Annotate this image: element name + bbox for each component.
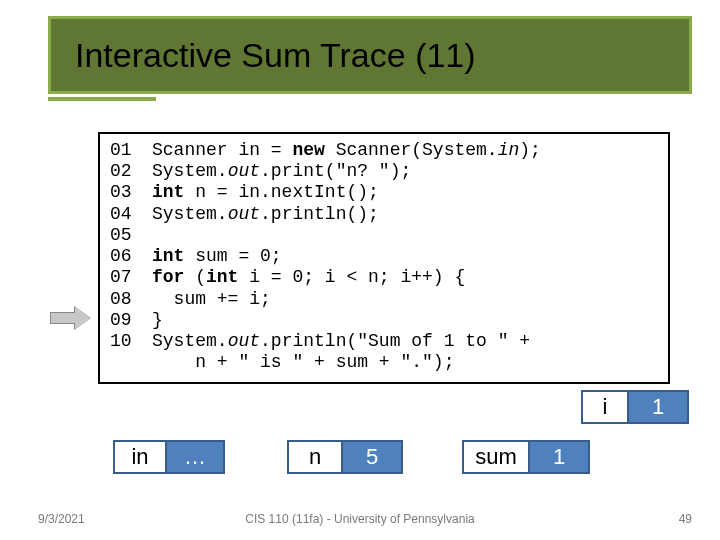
title-bar: Interactive Sum Trace (11) bbox=[48, 16, 692, 94]
line-number: 05 bbox=[110, 225, 152, 246]
code-line: 05 bbox=[110, 225, 658, 246]
code-line: 02System.out.print("n? "); bbox=[110, 161, 658, 182]
code-text: for (int i = 0; i < n; i++) { bbox=[152, 267, 465, 288]
code-line: 06int sum = 0; bbox=[110, 246, 658, 267]
code-text: int n = in.nextInt(); bbox=[152, 182, 379, 203]
line-number: 03 bbox=[110, 182, 152, 203]
code-line: 04System.out.println(); bbox=[110, 204, 658, 225]
footer-page-number: 49 bbox=[679, 512, 692, 526]
var-value-i: 1 bbox=[627, 390, 689, 424]
code-text: System.out.println(); bbox=[152, 204, 379, 225]
code-line: 08 sum += i; bbox=[110, 289, 658, 310]
code-box: 01Scanner in = new Scanner(System.in);02… bbox=[98, 132, 670, 384]
code-text: System.out.println("Sum of 1 to " + bbox=[152, 331, 530, 352]
var-pair-sum: sum 1 bbox=[462, 440, 590, 474]
code-text: } bbox=[152, 310, 163, 331]
var-pair-n: n 5 bbox=[287, 440, 403, 474]
var-value-in: … bbox=[165, 440, 225, 474]
var-value-n: 5 bbox=[341, 440, 403, 474]
line-number: 02 bbox=[110, 161, 152, 182]
line-number: 04 bbox=[110, 204, 152, 225]
slide-title: Interactive Sum Trace (11) bbox=[75, 36, 476, 75]
title-underline bbox=[48, 97, 156, 101]
code-text: n + " is " + sum + "."); bbox=[152, 352, 454, 373]
code-text: System.out.print("n? "); bbox=[152, 161, 411, 182]
footer-center: CIS 110 (11fa) - University of Pennsylva… bbox=[0, 512, 720, 526]
code-line: 03int n = in.nextInt(); bbox=[110, 182, 658, 203]
var-pair-i: i 1 bbox=[581, 390, 689, 424]
code-text: sum += i; bbox=[152, 289, 271, 310]
line-number: 10 bbox=[110, 331, 152, 352]
var-label-in: in bbox=[113, 440, 165, 474]
var-label-n: n bbox=[287, 440, 341, 474]
code-text: int sum = 0; bbox=[152, 246, 282, 267]
line-number bbox=[110, 352, 152, 373]
line-number: 01 bbox=[110, 140, 152, 161]
code-line: n + " is " + sum + "."); bbox=[110, 352, 658, 373]
code-line: 07for (int i = 0; i < n; i++) { bbox=[110, 267, 658, 288]
code-line: 10System.out.println("Sum of 1 to " + bbox=[110, 331, 658, 352]
line-number: 06 bbox=[110, 246, 152, 267]
line-number: 07 bbox=[110, 267, 152, 288]
var-value-sum: 1 bbox=[528, 440, 590, 474]
var-pair-in: in … bbox=[113, 440, 225, 474]
code-line: 01Scanner in = new Scanner(System.in); bbox=[110, 140, 658, 161]
line-number: 08 bbox=[110, 289, 152, 310]
code-line: 09} bbox=[110, 310, 658, 331]
var-label-i: i bbox=[581, 390, 627, 424]
line-number: 09 bbox=[110, 310, 152, 331]
var-label-sum: sum bbox=[462, 440, 528, 474]
execution-arrow bbox=[50, 308, 92, 330]
code-text: Scanner in = new Scanner(System.in); bbox=[152, 140, 541, 161]
